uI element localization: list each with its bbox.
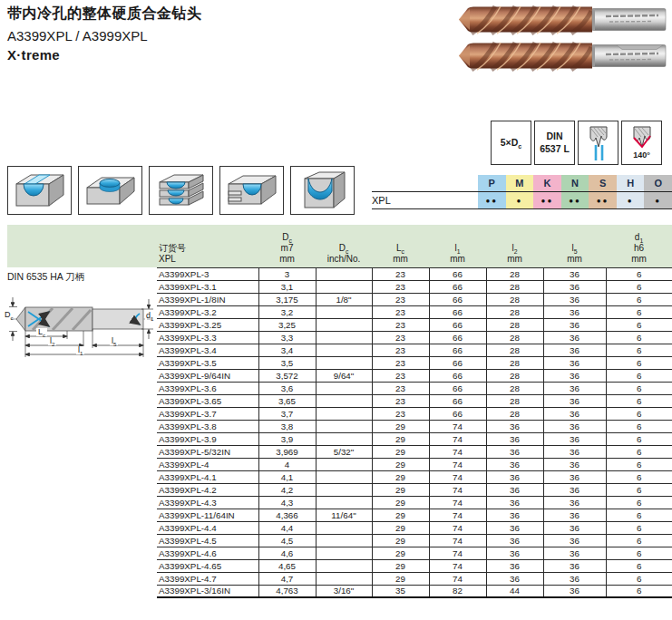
table-row: A3399XPL-33236628366 bbox=[157, 267, 672, 280]
table-cell: 3,5 bbox=[258, 356, 316, 369]
table-row: A3399XPL-3.253,25236628366 bbox=[157, 318, 672, 331]
table-cell: 28 bbox=[486, 356, 543, 369]
table-cell: 36 bbox=[543, 394, 606, 407]
table-cell: 6 bbox=[606, 572, 672, 585]
table-cell: 6 bbox=[606, 267, 672, 280]
table-cell: 3,3 bbox=[258, 331, 316, 344]
stacked-plates-icon bbox=[149, 166, 213, 215]
table-cell: A3399XPL-3.3 bbox=[157, 331, 258, 344]
table-cell bbox=[316, 521, 372, 534]
table-cell: 6 bbox=[606, 344, 672, 356]
table-cell: 36 bbox=[486, 496, 543, 509]
dim-label-dc: Dc bbox=[3, 311, 15, 319]
length-ratio-label: 5×Dc bbox=[501, 137, 522, 149]
table-cell: 6 bbox=[606, 382, 672, 394]
table-cell: 3,8 bbox=[258, 420, 316, 432]
table-cell: 74 bbox=[429, 559, 486, 572]
table-cell: 28 bbox=[486, 318, 543, 331]
table-cell: 28 bbox=[486, 331, 543, 344]
din-standard-box: DIN 6537 L bbox=[534, 121, 575, 165]
column-header: d1h6mm bbox=[606, 225, 672, 267]
dim-label-d1: d1 bbox=[144, 312, 155, 320]
table-cell bbox=[316, 407, 372, 420]
material-suitability-dots: ● bbox=[506, 192, 534, 208]
table-cell: 23 bbox=[372, 305, 429, 318]
table-cell: 6 bbox=[606, 458, 672, 470]
table-cell: 66 bbox=[429, 331, 486, 344]
table-cell: 28 bbox=[486, 305, 543, 318]
table-cell: 11/64" bbox=[316, 509, 372, 521]
table-cell: 29 bbox=[372, 470, 429, 483]
material-group-chart: PMKNSHO XPL ●●●●●●●●●●● bbox=[372, 175, 672, 209]
table-cell: 36 bbox=[543, 267, 606, 280]
table-cell bbox=[316, 470, 372, 483]
blind-hole-icon bbox=[78, 166, 142, 215]
internal-coolant-box bbox=[578, 121, 618, 165]
table-row: A3399XPL-4.34,3297436366 bbox=[157, 496, 672, 509]
table-row: A3399XPL-9/64IN3,5729/64"236628366 bbox=[157, 369, 672, 382]
table-cell: 36 bbox=[543, 496, 606, 509]
table-cell: 4,1 bbox=[258, 470, 316, 483]
page-title: 带内冷孔的整体硬质合金钻头 bbox=[7, 5, 202, 24]
table-cell: 74 bbox=[429, 534, 486, 547]
dim-label-l2: l2 bbox=[48, 337, 56, 345]
table-cell: 23 bbox=[372, 407, 429, 420]
table-cell: 28 bbox=[486, 344, 543, 356]
table-cell: A3399XPL-3.6 bbox=[157, 382, 258, 394]
table-cell: A3399XPL-4.1 bbox=[157, 470, 258, 483]
internal-coolant-icon bbox=[581, 124, 616, 162]
table-cell: 3,7 bbox=[258, 407, 316, 420]
table-row: A3399XPL-3.53,5236628366 bbox=[157, 356, 672, 369]
table-cell bbox=[316, 344, 372, 356]
table-cell: 6 bbox=[606, 280, 672, 293]
table-cell: 23 bbox=[372, 344, 429, 356]
table-cell: 23 bbox=[372, 280, 429, 293]
table-cell bbox=[316, 483, 372, 496]
table-cell: A3399XPL-4.3 bbox=[157, 496, 258, 509]
table-cell: 28 bbox=[486, 293, 543, 305]
table-cell: 36 bbox=[486, 572, 543, 585]
table-cell: A3399XPL-11/64IN bbox=[157, 509, 258, 521]
table-cell: 36 bbox=[543, 382, 606, 394]
table-cell: 36 bbox=[543, 369, 606, 382]
table-cell: 74 bbox=[429, 496, 486, 509]
table-cell: 29 bbox=[372, 458, 429, 470]
table-cell: 9/64" bbox=[316, 369, 372, 382]
table-cell: 66 bbox=[429, 382, 486, 394]
table-cell: A3399XPL-4.7 bbox=[157, 572, 258, 585]
table-cell: A3399XPL-3.5 bbox=[157, 356, 258, 369]
table-cell: 36 bbox=[486, 547, 543, 559]
table-cell: 74 bbox=[429, 547, 486, 559]
material-group-letter: P bbox=[478, 175, 506, 191]
table-row: A3399XPL-4.14,1297436366 bbox=[157, 470, 672, 483]
table-cell: 82 bbox=[429, 585, 486, 597]
table-cell: 29 bbox=[372, 521, 429, 534]
column-header: l2mm bbox=[486, 225, 543, 267]
table-cell: 36 bbox=[486, 559, 543, 572]
table-cell: 28 bbox=[486, 394, 543, 407]
table-row: A3399XPL-4.24,2297436366 bbox=[157, 483, 672, 496]
column-header: Lcmm bbox=[372, 225, 429, 267]
table-cell: 23 bbox=[372, 356, 429, 369]
table-cell: 4,5 bbox=[258, 534, 316, 547]
table-cell: 29 bbox=[372, 509, 429, 521]
drill-photo-plain-shank bbox=[455, 4, 667, 35]
table-cell: 36 bbox=[543, 572, 606, 585]
table-cell: 36 bbox=[543, 280, 606, 293]
table-cell: A3399XPL-3.2 bbox=[157, 305, 258, 318]
table-cell: 36 bbox=[543, 318, 606, 331]
material-dots-row: XPL ●●●●●●●●●●● bbox=[372, 191, 672, 209]
table-cell: 29 bbox=[372, 572, 429, 585]
point-angle-label: 140° bbox=[633, 150, 650, 160]
table-cell: 6 bbox=[606, 559, 672, 572]
table-cell: 36 bbox=[543, 432, 606, 445]
table-cell: 6 bbox=[606, 534, 672, 547]
table-cell: 29 bbox=[372, 534, 429, 547]
table-body: A3399XPL-33236628366A3399XPL-3.13,123662… bbox=[157, 267, 672, 597]
table-cell: 66 bbox=[429, 369, 486, 382]
column-header: l5mm bbox=[543, 225, 606, 267]
table-cell: 6 bbox=[606, 394, 672, 407]
table-cell: A3399XPL-3.4 bbox=[157, 344, 258, 356]
table-cell: A3399XPL-5/32IN bbox=[157, 445, 258, 458]
application-icon-row bbox=[7, 166, 355, 215]
